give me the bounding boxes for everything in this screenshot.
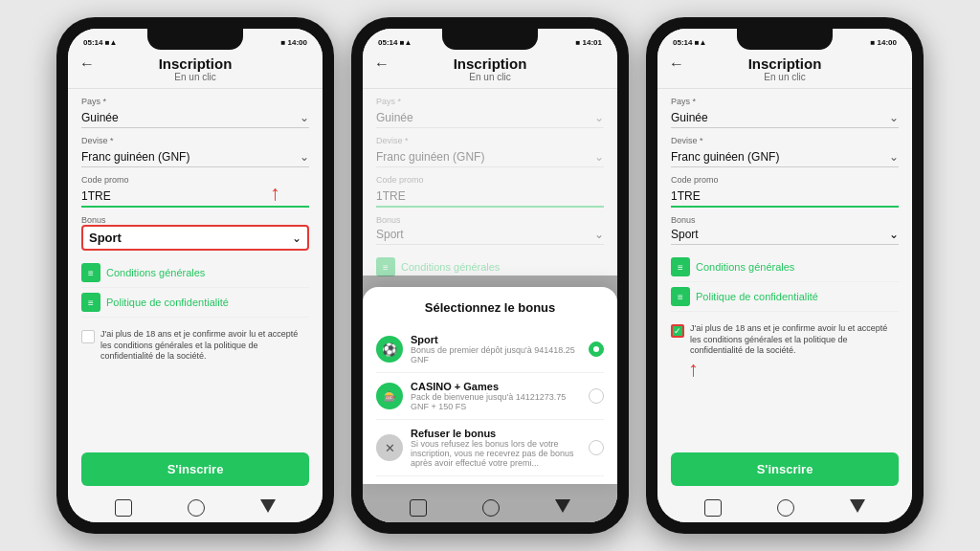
pays-field-2: Pays * Guinée ⌄ bbox=[376, 97, 604, 128]
refuse-radio[interactable] bbox=[589, 440, 604, 455]
checkbox-text-1: J'ai plus de 18 ans et je confirme avoir… bbox=[100, 329, 309, 363]
promo-value-2: 1TRE bbox=[376, 189, 406, 203]
back-icon-3 bbox=[850, 499, 865, 513]
checkbox-row-1[interactable]: J'ai plus de 18 ans et je confirme avoir… bbox=[81, 325, 309, 366]
screen-2: 05:14 ■▲ ■ 14:01 ← Inscription En un cli… bbox=[363, 29, 617, 522]
devise-value-1: Franc guinéen (GNF) bbox=[81, 150, 189, 164]
circle-icon-3 bbox=[777, 499, 794, 517]
header-title-2: Inscription bbox=[454, 55, 527, 72]
conditions-text-3: Conditions générales bbox=[696, 261, 794, 273]
bonus-field-2: Bonus Sport ⌄ bbox=[376, 215, 604, 245]
checkbox-text-3: J'ai plus de 18 ans et je confirme avoir… bbox=[690, 323, 899, 357]
bonus-option-sport[interactable]: ⚽ Sport Bonus de premier dépôt jusqu'à 9… bbox=[376, 326, 604, 373]
bottom-bar-3 bbox=[657, 494, 912, 522]
header-subtitle-1: En un clic bbox=[174, 72, 215, 82]
bonus-highlight-1[interactable]: Sport ⌄ bbox=[81, 225, 309, 251]
conditions-link-1[interactable]: ≡ Conditions générales bbox=[81, 258, 309, 288]
pays-chevron-2: ⌄ bbox=[594, 111, 604, 124]
bottom-bar-1 bbox=[68, 494, 323, 522]
casino-radio[interactable] bbox=[589, 388, 604, 404]
bonus-option-casino[interactable]: 🎰 CASINO + Games Pack de bienvenue jusqu… bbox=[376, 373, 604, 420]
bonus-value-2: Sport bbox=[376, 228, 404, 241]
bonus-option-refuse[interactable]: ✕ Refuser le bonus Si vous refusez les b… bbox=[376, 420, 604, 476]
bonus-normal-2[interactable]: Sport ⌄ bbox=[376, 225, 604, 245]
pays-field-1: Pays * Guinée ⌄ bbox=[81, 97, 309, 128]
header-row-2: ← Inscription bbox=[374, 55, 606, 72]
register-btn-1[interactable]: S'inscrire bbox=[81, 452, 309, 486]
sport-radio[interactable] bbox=[589, 342, 604, 357]
promo-field-3: Code promo 1TRE bbox=[671, 175, 899, 208]
bonus-chevron-3: ⌄ bbox=[889, 228, 899, 241]
conditions-link-3[interactable]: ≡ Conditions générales bbox=[671, 253, 899, 282]
casino-icon: 🎰 bbox=[376, 383, 403, 409]
header-title-3: Inscription bbox=[748, 55, 822, 72]
arrow-up-3: ↑ bbox=[688, 357, 699, 382]
privacy-link-3[interactable]: ≡ Politique de confidentialité bbox=[671, 282, 899, 312]
screen-1: 05:14 ■▲ ■ 14:00 ← Inscription En un cli… bbox=[68, 29, 323, 522]
privacy-link-1[interactable]: ≡ Politique de confidentialité bbox=[81, 288, 309, 318]
checkbox-1[interactable] bbox=[81, 330, 95, 343]
pays-label-2: Pays * bbox=[376, 97, 604, 106]
devise-field-3: Devise * Franc guinéen (GNF) ⌄ bbox=[671, 136, 899, 167]
pays-input-1[interactable]: Guinée ⌄ bbox=[81, 108, 309, 128]
home-icon-1 bbox=[115, 499, 132, 517]
header-row-1: ← Inscription bbox=[79, 55, 311, 72]
devise-field-2: Devise * Franc guinéen (GNF) ⌄ bbox=[376, 136, 604, 167]
checkbox-row-3[interactable]: ✓ J'ai plus de 18 ans et je confirme avo… bbox=[671, 320, 899, 361]
privacy-text-1: Politique de confidentialité bbox=[106, 297, 229, 308]
register-btn-3[interactable]: S'inscrire bbox=[671, 452, 899, 486]
promo-input-2[interactable]: 1TRE bbox=[376, 187, 604, 208]
pays-chevron-1: ⌄ bbox=[300, 111, 309, 124]
devise-input-2[interactable]: Franc guinéen (GNF) ⌄ bbox=[376, 147, 604, 167]
devise-field-1: Devise * Franc guinéen (GNF) ⌄ bbox=[81, 136, 309, 167]
promo-label-2: Code promo bbox=[376, 175, 604, 185]
pays-label-1: Pays * bbox=[81, 97, 309, 106]
checkbox-3[interactable]: ✓ bbox=[671, 324, 684, 338]
refuse-icon: ✕ bbox=[376, 434, 403, 461]
bonus-label-2: Bonus bbox=[376, 215, 604, 225]
devise-label-2: Devise * bbox=[376, 136, 604, 145]
pays-input-2[interactable]: Guinée ⌄ bbox=[376, 108, 604, 128]
header-subtitle-3: En un clic bbox=[764, 72, 805, 82]
links-1: ≡ Conditions générales ≡ Politique de co… bbox=[81, 258, 309, 318]
devise-chevron-1: ⌄ bbox=[300, 150, 309, 164]
bonus-field-3: Bonus Sport ⌄ bbox=[671, 215, 899, 245]
bonus-field-1: Bonus Sport ⌄ ↑ bbox=[81, 215, 309, 251]
devise-input-3[interactable]: Franc guinéen (GNF) ⌄ bbox=[671, 147, 899, 167]
bonus-normal-3[interactable]: Sport ⌄ bbox=[671, 225, 899, 245]
conditions-text-2: Conditions générales bbox=[401, 261, 500, 273]
bonus-value-1: Sport bbox=[89, 231, 122, 245]
pays-label-3: Pays * bbox=[671, 97, 899, 106]
pays-input-3[interactable]: Guinée ⌄ bbox=[671, 108, 899, 128]
status-left-2: 05:14 ■▲ bbox=[378, 38, 412, 47]
devise-label-3: Devise * bbox=[671, 136, 899, 145]
conditions-text-1: Conditions générales bbox=[106, 267, 205, 278]
pays-value-3: Guinée bbox=[671, 111, 708, 124]
casino-option-text: CASINO + Games Pack de bienvenue jusqu'à… bbox=[411, 381, 581, 411]
bonus-chevron-2: ⌄ bbox=[594, 228, 604, 241]
pays-value-1: Guinée bbox=[81, 111, 119, 124]
sport-name: Sport bbox=[411, 334, 581, 345]
back-arrow-1[interactable]: ← bbox=[79, 55, 95, 73]
promo-label-3: Code promo bbox=[671, 175, 899, 185]
sport-option-text: Sport Bonus de premier dépôt jusqu'à 941… bbox=[411, 334, 581, 364]
phone-3: 05:14 ■▲ ■ 14:00 ← Inscription En un cli… bbox=[646, 17, 924, 534]
promo-input-3[interactable]: 1TRE bbox=[671, 187, 899, 208]
screen-3: 05:14 ■▲ ■ 14:00 ← Inscription En un cli… bbox=[657, 29, 912, 522]
bonus-modal-2: Sélectionnez le bonus ⚽ Sport Bonus de p… bbox=[363, 287, 617, 484]
phone-1: 05:14 ■▲ ■ 14:00 ← Inscription En un cli… bbox=[56, 17, 334, 534]
bonus-chevron-1: ⌄ bbox=[292, 231, 301, 245]
app-header-3: ← Inscription En un clic bbox=[657, 52, 912, 89]
devise-input-1[interactable]: Franc guinéen (GNF) ⌄ bbox=[81, 147, 309, 167]
back-arrow-2[interactable]: ← bbox=[374, 55, 390, 73]
app-header-2: ← Inscription En un clic bbox=[363, 52, 617, 89]
phone-2: 05:14 ■▲ ■ 14:01 ← Inscription En un cli… bbox=[351, 17, 629, 534]
status-right-3: ■ 14:00 bbox=[870, 38, 897, 47]
refuse-desc: Si vous refusez les bonus lors de votre … bbox=[411, 439, 581, 468]
phone-notch-1 bbox=[147, 29, 243, 50]
devise-value-2: Franc guinéen (GNF) bbox=[376, 150, 484, 164]
back-arrow-3[interactable]: ← bbox=[669, 55, 684, 73]
casino-name: CASINO + Games bbox=[411, 381, 581, 392]
arrow-up-1: ↑ bbox=[270, 181, 280, 206]
devise-chevron-3: ⌄ bbox=[889, 150, 899, 164]
